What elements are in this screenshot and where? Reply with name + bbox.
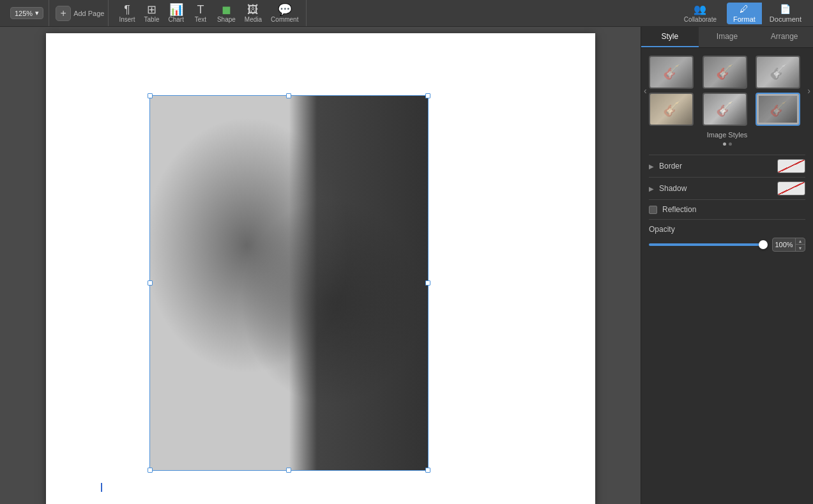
style-thumb-1[interactable]: 🎸 [649, 56, 694, 89]
opacity-value[interactable]: 100% [773, 241, 795, 248]
svg-rect-4 [347, 153, 367, 167]
svg-point-33 [259, 179, 270, 190]
svg-point-27 [194, 204, 360, 370]
image-content [149, 95, 429, 471]
table-icon: ⊞ [147, 4, 156, 15]
svg-point-35 [285, 179, 295, 190]
svg-rect-1 [341, 95, 429, 471]
svg-rect-12 [373, 114, 392, 128]
svg-rect-2 [347, 114, 367, 128]
comment-button[interactable]: 💬 Comment [267, 2, 302, 25]
chart-button[interactable]: 📊 Chart [164, 2, 187, 25]
format-doc-group: 🖊 Format 📄 Document [727, 3, 808, 24]
comment-label: Comment [271, 16, 298, 23]
border-swatch-inner [778, 160, 805, 172]
text-button[interactable]: T Text [189, 2, 212, 25]
svg-rect-9 [347, 248, 367, 263]
style-thumb-5[interactable]: 🎸 [703, 93, 747, 126]
svg-rect-24 [399, 191, 418, 205]
styles-left-arrow[interactable]: ‹ [644, 86, 647, 96]
chart-icon: 📊 [169, 4, 183, 15]
shape-label: Shape [217, 16, 236, 23]
insert-button[interactable]: ¶ Insert [115, 2, 139, 25]
media-icon: 🖼 [247, 4, 259, 15]
canvas-area[interactable] [0, 27, 641, 504]
opacity-thumb[interactable] [759, 240, 768, 249]
border-row: ▶ Border [649, 155, 805, 177]
svg-point-40 [248, 210, 255, 217]
svg-rect-21 [399, 134, 418, 148]
svg-point-44 [273, 164, 282, 173]
reflection-checkbox[interactable] [649, 206, 657, 214]
svg-rect-6 [347, 191, 367, 205]
svg-rect-5 [347, 172, 367, 186]
svg-rect-14 [373, 153, 392, 167]
style-thumb-3[interactable]: 🎸 [756, 56, 800, 89]
style-thumb-3-inner: 🎸 [757, 57, 799, 88]
tab-arrange[interactable]: Arrange [756, 27, 813, 47]
svg-point-38 [245, 200, 252, 208]
format-label: Format [733, 15, 756, 23]
styles-right-arrow[interactable]: › [807, 86, 810, 96]
shadow-expand-icon[interactable]: ▶ [649, 185, 654, 192]
text-cursor [101, 483, 102, 492]
border-expand-icon[interactable]: ▶ [649, 163, 654, 170]
opacity-increment[interactable]: ▲ [796, 238, 805, 245]
svg-point-31 [245, 255, 309, 319]
svg-rect-23 [399, 172, 418, 186]
panel-content: ‹ 🎸 🎸 🎸 🎸 🎸 [641, 48, 813, 504]
svg-rect-7 [347, 210, 367, 224]
dots-row [649, 142, 805, 146]
opacity-label: Opacity [649, 225, 805, 234]
svg-point-45 [242, 220, 248, 226]
collaborate-button[interactable]: 👥 Collaborate [679, 2, 722, 24]
border-swatch[interactable] [777, 159, 805, 173]
zoom-value: 125% [15, 10, 33, 17]
svg-rect-22 [399, 153, 418, 167]
style-thumb-6[interactable]: 🎸 [756, 93, 800, 126]
svg-rect-0 [149, 95, 429, 471]
dot-1[interactable] [723, 142, 726, 146]
chart-label: Chart [168, 16, 183, 23]
svg-point-39 [302, 200, 310, 208]
image-styles-section: ‹ 🎸 🎸 🎸 🎸 🎸 [649, 56, 805, 126]
format-button[interactable]: 🖊 Format [727, 3, 762, 24]
svg-point-42 [261, 171, 268, 179]
comment-icon: 💬 [278, 4, 292, 15]
svg-point-37 [295, 190, 304, 199]
jewelry-svg [149, 95, 429, 471]
style-thumb-1-inner: 🎸 [650, 57, 692, 88]
dot-2[interactable] [729, 142, 732, 146]
table-button[interactable]: ⊞ Table [140, 2, 163, 25]
reflection-label: Reflection [662, 205, 696, 214]
opacity-value-box: 100% ▲ ▼ [772, 238, 805, 252]
zoom-selector[interactable]: 125% ▾ [10, 7, 43, 19]
selected-image[interactable] [149, 95, 429, 471]
opacity-stepper: ▲ ▼ [795, 238, 805, 251]
svg-point-34 [271, 172, 284, 185]
zoom-group: 125% ▾ [5, 0, 49, 26]
document-button[interactable]: 📄 Document [763, 3, 808, 24]
add-page-button[interactable]: + [56, 6, 71, 21]
svg-point-29 [220, 229, 335, 344]
insert-label: Insert [119, 16, 135, 23]
style-thumb-2[interactable]: 🎸 [703, 56, 747, 89]
opacity-decrement[interactable]: ▼ [796, 245, 805, 251]
opacity-slider[interactable] [649, 243, 767, 246]
tab-image[interactable]: Image [699, 27, 756, 47]
shadow-swatch[interactable] [777, 181, 805, 195]
style-thumb-6-inner: 🎸 [757, 94, 799, 125]
svg-point-36 [250, 190, 259, 199]
opacity-row: 100% ▲ ▼ [649, 238, 805, 252]
main-area: Style Image Arrange ‹ 🎸 🎸 🎸 [0, 27, 813, 504]
svg-rect-25 [399, 210, 418, 224]
tab-style[interactable]: Style [641, 27, 699, 47]
svg-point-47 [188, 312, 341, 389]
insert-icon: ¶ [124, 4, 130, 15]
add-page-label: Add Page [73, 10, 104, 17]
style-thumb-4[interactable]: 🎸 [649, 93, 694, 126]
media-button[interactable]: 🖼 Media [241, 2, 266, 25]
shape-button[interactable]: ◼ Shape [213, 2, 239, 25]
svg-rect-26 [181, 389, 322, 466]
svg-point-46 [306, 220, 312, 226]
